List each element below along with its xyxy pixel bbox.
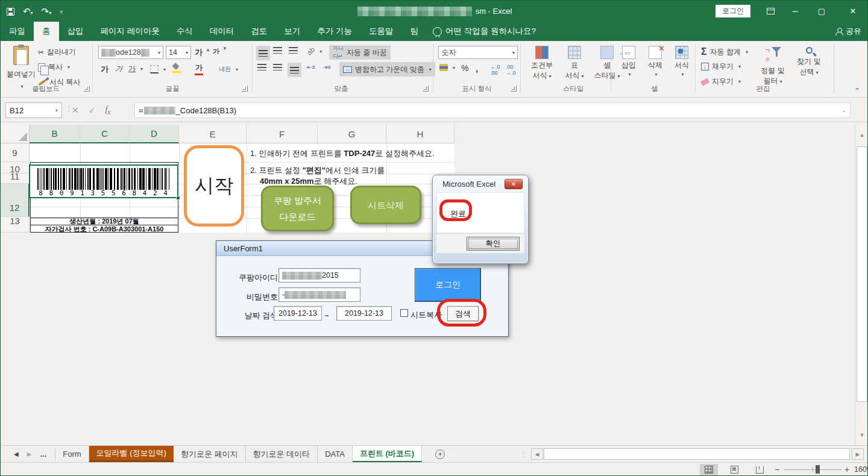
- copy-button[interactable]: 복사▾: [38, 62, 70, 72]
- fill-handle[interactable]: [176, 196, 180, 200]
- font-name-combo[interactable]: ode128 ▾: [98, 46, 163, 59]
- delete-cells-button[interactable]: ✕ 삭제▾: [643, 46, 667, 77]
- row-header-11[interactable]: 11: [1, 174, 30, 184]
- maximize-button[interactable]: ▢: [808, 1, 835, 22]
- signin-button[interactable]: 로그인: [715, 5, 750, 17]
- formula-input[interactable]: = _Code128B(B13) ⌄: [134, 102, 851, 118]
- sheet-tab-print-barcode[interactable]: 프린트 (바코드): [353, 446, 422, 462]
- number-dialog-launcher[interactable]: [511, 86, 517, 92]
- decrease-decimal-button[interactable]: .00→.0: [506, 64, 516, 76]
- sheet-tab-oillabel[interactable]: 오일라벨 (정보입력): [89, 446, 174, 462]
- sheet-tab-data-kr[interactable]: 향기로운 데이타: [246, 446, 318, 462]
- scroll-left-icon[interactable]: ◀: [531, 448, 543, 460]
- col-header-d[interactable]: D: [130, 125, 179, 143]
- vscroll-thumb[interactable]: [857, 146, 867, 402]
- find-select-button[interactable]: 찾기 및선택▾: [793, 47, 825, 77]
- align-top-button[interactable]: [256, 46, 270, 60]
- selected-cell-b12[interactable]: 8 8 0 9 1 3 5 5 6 8 4 2 4: [29, 164, 178, 198]
- start-button[interactable]: 시작: [184, 145, 244, 227]
- underline-button[interactable]: 가▾: [128, 64, 143, 74]
- vertical-scrollbar[interactable]: ▲ ▼: [855, 125, 868, 445]
- align-center-button[interactable]: [273, 64, 282, 70]
- tab-file[interactable]: 파일: [1, 22, 34, 41]
- tab-scroll-left-icon[interactable]: ◀: [14, 451, 19, 457]
- comma-button[interactable]: ,: [476, 63, 478, 74]
- new-sheet-icon[interactable]: +: [435, 449, 445, 459]
- align-dialog-launcher[interactable]: [423, 86, 429, 92]
- col-header-h[interactable]: H: [386, 125, 454, 143]
- autosum-button[interactable]: Σ자동 합계▾: [701, 46, 748, 57]
- increase-decimal-button[interactable]: ←.0.00: [490, 64, 500, 76]
- delete-sheet-button[interactable]: 시트삭제: [350, 186, 421, 224]
- close-button[interactable]: ✕: [840, 1, 866, 22]
- bold-button[interactable]: 가: [101, 64, 108, 75]
- sheet-copy-checkbox[interactable]: [400, 309, 408, 317]
- col-header-e[interactable]: E: [179, 125, 247, 143]
- accounting-format-button[interactable]: ▾: [439, 64, 455, 71]
- merge-center-button[interactable]: ↔병합하고 가운데 맞춤▾: [339, 62, 435, 77]
- align-right-button[interactable]: [288, 63, 301, 77]
- tab-ellipsis[interactable]: ...: [40, 449, 46, 459]
- grow-font-button[interactable]: 가▲: [195, 47, 210, 58]
- password-input[interactable]: -: [278, 287, 360, 302]
- normal-view-icon[interactable]: [700, 464, 718, 475]
- coupang-download-button[interactable]: 쿠팡 발주서다운로드: [261, 186, 334, 231]
- scroll-right-icon[interactable]: ▶: [852, 448, 864, 460]
- phonetic-button[interactable]: 내천▾: [219, 65, 238, 74]
- name-box[interactable]: B12▾: [5, 102, 62, 118]
- font-color-button[interactable]: 가: [195, 63, 203, 75]
- wrap-text-button[interactable]: 가나다↵자동 줄 바꿈: [329, 45, 391, 60]
- tab-data[interactable]: 데이터: [201, 22, 243, 41]
- col-header-g[interactable]: G: [318, 125, 386, 143]
- insert-cells-button[interactable]: ←▭ 삽입▾: [617, 46, 641, 77]
- sheet-tab-form[interactable]: Form: [55, 446, 89, 462]
- italic-button[interactable]: 가: [115, 64, 122, 74]
- tab-addins[interactable]: 추가 기능: [309, 22, 360, 41]
- ribbon-display-options-icon[interactable]: [757, 1, 784, 22]
- align-bottom-button[interactable]: [289, 47, 298, 54]
- tab-review[interactable]: 검토: [242, 22, 275, 41]
- fill-color-button[interactable]: [172, 64, 181, 73]
- clipboard-dialog-launcher[interactable]: [84, 86, 90, 92]
- row-header-9[interactable]: 9: [1, 143, 30, 162]
- sheet-tab-data[interactable]: DATA: [318, 446, 353, 462]
- share-button[interactable]: 공유: [835, 22, 861, 41]
- grid[interactable]: 레스쁘리 로즈 팝 카네이션 핑크 클린코튼 100ml 생산년월 : 2019…: [30, 143, 454, 233]
- row-header-12[interactable]: 12: [1, 184, 30, 217]
- font-dialog-launcher[interactable]: [242, 86, 248, 92]
- page-break-view-icon[interactable]: [750, 464, 769, 475]
- coupang-id-input[interactable]: 2015: [278, 268, 360, 283]
- tab-view[interactable]: 보기: [275, 22, 309, 41]
- row-header-10[interactable]: 10: [1, 162, 30, 174]
- minimize-button[interactable]: ─: [782, 1, 808, 22]
- fx-icon[interactable]: fx: [105, 105, 110, 116]
- decrease-indent-button[interactable]: ⇤≡: [307, 64, 315, 70]
- scroll-down-icon[interactable]: ▼: [857, 430, 867, 440]
- hscroll-thumb[interactable]: [544, 448, 850, 460]
- format-cells-button[interactable]: 서식▾: [670, 46, 694, 77]
- number-format-combo[interactable]: 숫자▾: [438, 46, 518, 59]
- paste-button[interactable]: 붙여넣기▾: [7, 46, 36, 89]
- sheet-tab-page[interactable]: 향기로운 페이지: [174, 446, 246, 462]
- zoom-level[interactable]: 160%: [854, 465, 868, 474]
- cut-button[interactable]: ✂잘라내기: [38, 47, 76, 57]
- zoom-in-icon[interactable]: +: [844, 465, 849, 474]
- tab-scroll-right-icon[interactable]: ▶: [27, 451, 32, 457]
- msgbox-close-icon[interactable]: ✕: [505, 179, 523, 189]
- select-all-corner[interactable]: [1, 125, 30, 143]
- borders-button[interactable]: ▾: [150, 65, 166, 74]
- align-middle-button[interactable]: [273, 47, 282, 54]
- scroll-up-icon[interactable]: ▲: [857, 130, 867, 140]
- tell-me-box[interactable]: 어떤 작업을 원하시나요?: [445, 26, 536, 37]
- format-as-table-button[interactable]: 표서식▾: [560, 46, 589, 81]
- collapse-ribbon-icon[interactable]: ⌃: [854, 87, 860, 95]
- login-button[interactable]: 로그인: [415, 268, 481, 302]
- enter-icon[interactable]: ✓: [89, 105, 96, 115]
- orientation-button[interactable]: ab▾: [307, 47, 322, 55]
- tab-page-layout[interactable]: 페이지 레이아웃: [92, 22, 168, 41]
- col-header-f[interactable]: F: [247, 125, 318, 143]
- tab-home[interactable]: 홈: [34, 22, 59, 41]
- fill-button[interactable]: ↓채우기▾: [701, 61, 741, 72]
- col-header-b[interactable]: B: [30, 125, 80, 143]
- col-header-c[interactable]: C: [80, 125, 130, 143]
